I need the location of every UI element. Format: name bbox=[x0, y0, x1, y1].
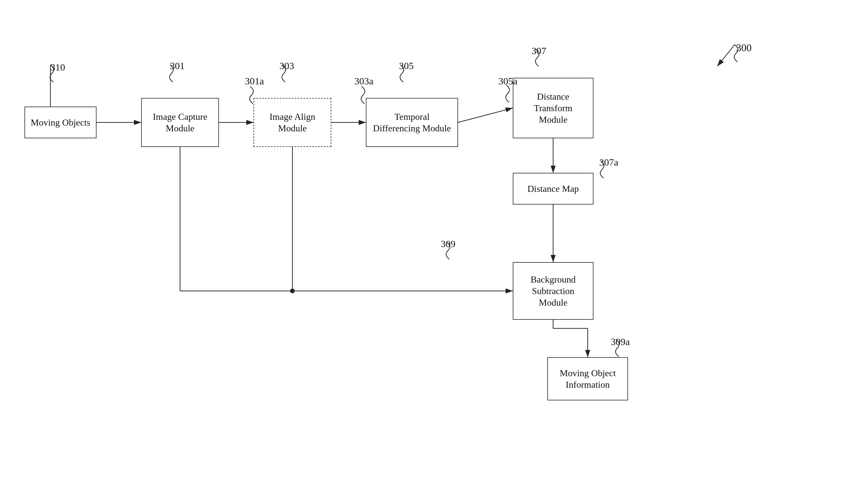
ref-301: 301 bbox=[170, 60, 185, 71]
ref-309a: 309a bbox=[611, 337, 630, 347]
ref-303: 303 bbox=[279, 60, 294, 71]
image-align-box: Image AlignModule bbox=[253, 98, 331, 147]
distance-transform-box: DistanceTransformModule bbox=[513, 78, 593, 138]
temporal-diff-box: TemporalDifferencing Module bbox=[366, 98, 458, 147]
diagram-svg bbox=[0, 0, 868, 492]
image-capture-box: Image CaptureModule bbox=[141, 98, 219, 147]
ref-307: 307 bbox=[531, 46, 546, 56]
ref-305: 305 bbox=[399, 60, 414, 71]
ref-300: 300 bbox=[736, 42, 752, 54]
svg-point-13 bbox=[290, 289, 295, 293]
moving-objects-box: Moving Objects bbox=[24, 106, 97, 138]
svg-line-7 bbox=[458, 108, 513, 122]
ref-305a: 305a bbox=[498, 76, 517, 87]
ref-307a: 307a bbox=[599, 157, 618, 168]
ref-301a: 301a bbox=[245, 76, 264, 87]
ref-303a: 303a bbox=[354, 76, 373, 87]
background-sub-box: BackgroundSubtractionModule bbox=[513, 262, 593, 320]
distance-map-box: Distance Map bbox=[513, 173, 593, 204]
moving-obj-info-box: Moving ObjectInformation bbox=[547, 357, 628, 400]
svg-line-2 bbox=[717, 45, 735, 66]
ref-309: 309 bbox=[441, 239, 455, 249]
ref-310: 310 bbox=[50, 62, 65, 73]
